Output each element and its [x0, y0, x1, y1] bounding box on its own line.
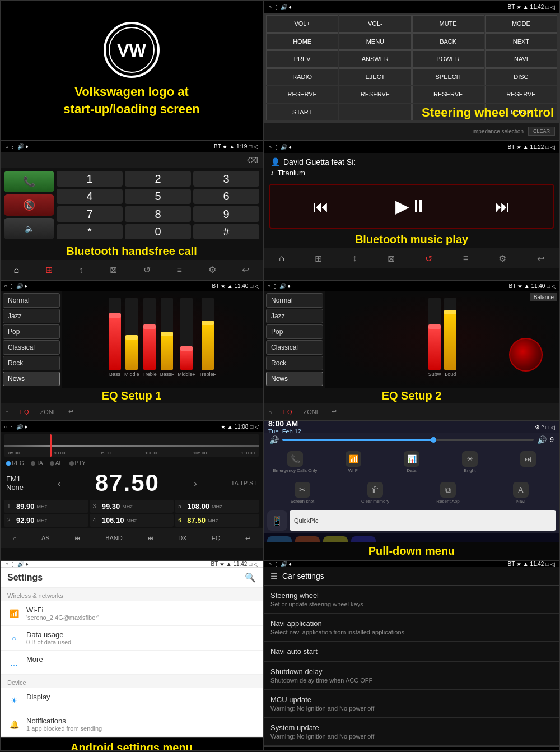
- eq-preset-normal[interactable]: Normal: [3, 293, 60, 308]
- bt-call-nav-bt[interactable]: ⊠: [110, 264, 117, 275]
- pd-quick-btn-4[interactable]: ⏭: [500, 449, 556, 475]
- android-search-icon[interactable]: 🔍: [245, 572, 256, 583]
- bt-music-prev-btn[interactable]: ⏮: [313, 197, 329, 216]
- steering-btn-12[interactable]: RADIO: [266, 68, 338, 86]
- pd-quick-btn-3[interactable]: ☀ Bright: [442, 449, 498, 475]
- bt-call-hangup-btn[interactable]: 📵: [4, 194, 54, 216]
- radio-btn-home[interactable]: ⌂: [13, 535, 17, 541]
- steering-btn-7[interactable]: NEXT: [485, 33, 557, 50]
- radio-opt-reg[interactable]: REG: [6, 460, 24, 466]
- eq-preset-jazz[interactable]: Jazz: [3, 309, 60, 323]
- eq2-nav-zone[interactable]: ZONE: [304, 409, 321, 415]
- eq-preset-jazz[interactable]: Jazz: [266, 309, 323, 323]
- radio-opt-ta[interactable]: TA: [31, 460, 43, 466]
- pd-app-icon-1[interactable]: 📱: [267, 510, 287, 531]
- radio-btn-as[interactable]: AS: [41, 535, 50, 541]
- steering-btn-17[interactable]: RESERVE: [339, 86, 411, 103]
- bt-dial-key-7[interactable]: 7: [57, 206, 123, 222]
- car-settings-item-0[interactable]: Steering wheel Set or update steering wh…: [264, 586, 559, 614]
- steering-btn-8[interactable]: PREV: [266, 50, 338, 68]
- pd-quick-btn2-3[interactable]: A Navi: [486, 480, 556, 506]
- radio-btn-dx[interactable]: DX: [178, 535, 186, 541]
- car-settings-item-2[interactable]: Navi auto start: [264, 642, 559, 662]
- pd-quick-btn2-0[interactable]: ✂ Screen shot: [267, 480, 338, 506]
- pd-volume-bar[interactable]: [282, 439, 534, 441]
- bt-music-nav-bt[interactable]: ⊠: [388, 253, 395, 264]
- eq2-nav-back[interactable]: ↩: [332, 408, 337, 415]
- radio-preset-5[interactable]: 5 108.00 MHz: [175, 500, 259, 513]
- eq2-nav-eq[interactable]: EQ: [283, 409, 292, 415]
- pd-search-bar[interactable]: QuickPic: [290, 510, 556, 531]
- steering-btn-6[interactable]: BACK: [412, 33, 484, 50]
- bt-music-nav-settings[interactable]: ⚙: [498, 253, 506, 264]
- bt-dial-key-#[interactable]: #: [193, 224, 259, 240]
- steering-btn-5[interactable]: MENU: [339, 33, 411, 50]
- bt-call-nav-back[interactable]: ↩: [242, 264, 249, 275]
- steering-btn-10[interactable]: POWER: [412, 50, 484, 68]
- radio-btn-eq[interactable]: EQ: [212, 535, 221, 541]
- steering-btn-4[interactable]: HOME: [266, 33, 338, 50]
- eq1-nav-zone[interactable]: ZONE: [40, 409, 58, 415]
- radio-btn-band[interactable]: BAND: [105, 535, 123, 541]
- eq-preset-news[interactable]: News: [266, 372, 323, 386]
- pd-bottom-app-2[interactable]: 🎵: [295, 536, 320, 542]
- radio-preset-3[interactable]: 3 99.30 MHz: [90, 500, 174, 513]
- bt-music-nav-menu[interactable]: ≡: [463, 253, 468, 263]
- pd-quick-btn-2[interactable]: 📊 Data: [384, 449, 440, 475]
- steering-btn-1[interactable]: VOL-: [339, 15, 411, 33]
- android-wifi-item[interactable]: 📶 Wi-Fi 'sereno_2.4G@maxisfiber': [1, 601, 263, 626]
- eq-preset-news[interactable]: News: [3, 372, 60, 386]
- bt-call-mute-btn[interactable]: 🔈: [4, 218, 54, 239]
- android-more-item[interactable]: … More: [1, 651, 263, 675]
- bt-dial-key-4[interactable]: 4: [57, 189, 123, 205]
- android-data-item[interactable]: ○ Data usage 0 B of data used: [1, 626, 263, 651]
- radio-opt-af[interactable]: AF: [50, 460, 63, 466]
- radio-opt-pty[interactable]: PTY: [69, 460, 86, 466]
- steering-btn-13[interactable]: EJECT: [339, 68, 411, 86]
- eq1-nav-home[interactable]: ⌂: [5, 409, 9, 415]
- eq-preset-normal[interactable]: Normal: [266, 293, 323, 308]
- radio-preset-6[interactable]: 6 87.50 MHz: [175, 514, 259, 527]
- radio-next-btn[interactable]: ›: [193, 477, 197, 490]
- bt-dial-key-3[interactable]: 3: [193, 171, 259, 187]
- radio-btn-next[interactable]: ⏭: [147, 535, 153, 541]
- bt-call-nav-phone[interactable]: ↕: [79, 265, 83, 275]
- radio-prev-btn[interactable]: ‹: [58, 477, 62, 490]
- car-settings-item-3[interactable]: Shutdown delay Shutdown delay time when …: [264, 662, 559, 690]
- car-settings-item-4[interactable]: MCU update Warning: No ignition and No p…: [264, 690, 559, 718]
- bt-dial-key-5[interactable]: 5: [125, 189, 191, 205]
- steering-btn-14[interactable]: SPEECH: [412, 68, 484, 86]
- radio-preset-1[interactable]: 1 89.90 MHz: [4, 500, 88, 513]
- steering-btn-2[interactable]: MUTE: [412, 15, 484, 33]
- steering-btn-18[interactable]: RESERVE: [412, 86, 484, 103]
- bt-dial-key-8[interactable]: 8: [125, 206, 191, 222]
- steering-btn-16[interactable]: RESERVE: [266, 86, 338, 103]
- pd-quick-btn-0[interactable]: 📞 Emergency Calls Only: [267, 449, 323, 475]
- steering-btn-9[interactable]: ANSWER: [339, 50, 411, 68]
- eq1-nav-back[interactable]: ↩: [68, 408, 73, 415]
- eq1-nav-eq[interactable]: EQ: [20, 409, 29, 415]
- bt-call-nav-radio[interactable]: ↺: [143, 264, 151, 275]
- pd-quick-btn-1[interactable]: 📶 Wi-Fi: [325, 449, 381, 475]
- pd-quick-btn2-2[interactable]: ⧉ Recent App: [413, 480, 483, 506]
- bt-dial-key-0[interactable]: 0: [125, 224, 191, 240]
- bt-music-next-btn[interactable]: ⏭: [494, 197, 510, 216]
- steering-clear-btn[interactable]: CLEAR: [528, 127, 555, 136]
- bt-call-nav-menu[interactable]: ≡: [176, 265, 181, 275]
- pd-quick-btn2-1[interactable]: 🗑 Clear memory: [340, 480, 410, 506]
- steering-btn-11[interactable]: NAVI: [485, 50, 557, 68]
- eq-preset-rock[interactable]: Rock: [3, 356, 60, 370]
- steering-btn-20[interactable]: START: [266, 104, 338, 121]
- steering-btn-19[interactable]: RESERVE: [485, 86, 557, 103]
- bt-dial-key-9[interactable]: 9: [193, 206, 259, 222]
- bt-call-nav-settings[interactable]: ⚙: [208, 264, 216, 275]
- bt-dial-key-*[interactable]: *: [57, 224, 123, 240]
- bt-music-nav-apps[interactable]: ⊞: [315, 253, 322, 264]
- eq-preset-classical[interactable]: Classical: [3, 340, 60, 355]
- steering-btn-3[interactable]: MODE: [485, 15, 557, 33]
- bt-music-nav-home[interactable]: ⌂: [279, 253, 284, 263]
- bt-call-nav-apps[interactable]: ⊞: [45, 264, 53, 275]
- steering-btn-15[interactable]: DISC: [485, 68, 557, 86]
- pd-bottom-app-3[interactable]: W: [323, 536, 348, 542]
- bt-dial-key-2[interactable]: 2: [125, 171, 191, 187]
